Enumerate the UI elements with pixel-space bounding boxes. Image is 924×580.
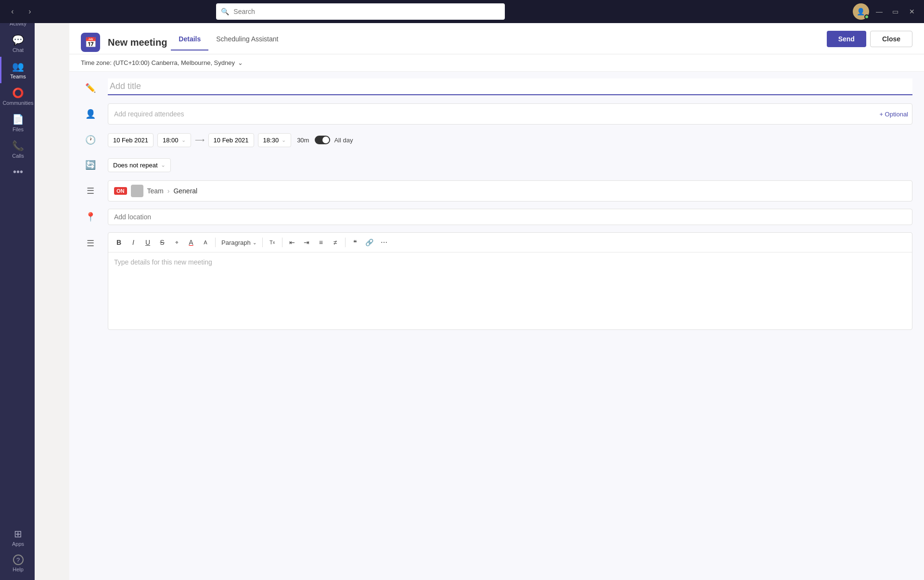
- minimize-button[interactable]: —: [873, 5, 886, 18]
- maximize-button[interactable]: ▭: [889, 5, 902, 18]
- end-time-chevron: ⌄: [282, 137, 286, 143]
- paragraph-select[interactable]: Paragraph ⌄: [218, 237, 259, 248]
- timezone-chevron[interactable]: ⌄: [238, 59, 243, 66]
- bold-button[interactable]: B: [112, 236, 126, 249]
- title-row: ✏️: [69, 76, 924, 101]
- meeting-tabs: Details Scheduling Assistant: [171, 35, 286, 50]
- allday-toggle[interactable]: [315, 136, 330, 144]
- communities-icon: ⭕: [12, 87, 24, 99]
- datetime-controls: 10 Feb 2021 18:00 ⌄ ⟶ 10 Feb 2021 18:30 …: [108, 133, 912, 147]
- sidebar-item-label: Help: [13, 567, 24, 572]
- sidebar-item-chat[interactable]: 💬 Chat: [0, 30, 35, 57]
- paragraph-label: Paragraph: [221, 239, 251, 246]
- send-button[interactable]: Send: [827, 31, 866, 47]
- nav-back-button[interactable]: ‹: [6, 5, 19, 18]
- highlight-button[interactable]: ⌖: [170, 236, 183, 249]
- clearformat-button[interactable]: Tx: [266, 236, 279, 249]
- close-window-button[interactable]: ✕: [906, 5, 918, 18]
- teams-icon: 👥: [12, 61, 24, 72]
- fontsize-button[interactable]: A: [199, 236, 212, 249]
- titlebar: ‹ › 🔍 👤 — ▭ ✕: [0, 0, 924, 23]
- titlebar-right: 👤 — ▭ ✕: [853, 3, 918, 20]
- start-time-chevron: ⌄: [181, 137, 186, 143]
- sidebar-item-communities[interactable]: ⭕ Communities: [0, 83, 35, 110]
- end-time-label: 18:30: [263, 137, 279, 144]
- calls-icon: 📞: [12, 140, 24, 151]
- allday-label: All day: [334, 137, 353, 144]
- indent-button[interactable]: ⇥: [300, 236, 313, 249]
- nav-forward-button[interactable]: ›: [23, 5, 37, 18]
- sidebar-item-calls[interactable]: 📞 Calls: [0, 136, 35, 163]
- start-date-picker[interactable]: 10 Feb 2021: [108, 133, 154, 147]
- sidebar-item-label: Chat: [13, 47, 24, 53]
- form-inner: ✏️ 👤 + Optional 🕐 10 Feb 2021: [69, 72, 924, 343]
- end-time-picker[interactable]: 18:30 ⌄: [258, 133, 292, 147]
- repeat-select[interactable]: Does not repeat ⌄: [108, 158, 171, 172]
- toolbar-sep-3: [282, 238, 282, 247]
- attendees-row: 👤 + Optional: [69, 101, 924, 127]
- numbered-button[interactable]: ≠: [329, 236, 342, 249]
- quote-button[interactable]: ❝: [348, 236, 362, 249]
- channel-general: General: [173, 187, 197, 195]
- optional-link[interactable]: + Optional: [879, 111, 908, 118]
- tab-scheduling[interactable]: Scheduling Assistant: [208, 35, 286, 50]
- timezone-bar: Time zone: (UTC+10:00) Canberra, Melbour…: [69, 54, 924, 72]
- sidebar-item-teams[interactable]: 👥 Teams: [0, 57, 35, 83]
- editor-wrap: B I U S ⌖ A A Paragraph ⌄ Tx: [108, 232, 912, 330]
- channel-team: Team: [147, 187, 164, 195]
- italic-button[interactable]: I: [127, 236, 140, 249]
- sidebar-item-more[interactable]: •••: [0, 163, 35, 181]
- underline-button[interactable]: U: [141, 236, 154, 249]
- end-date-label: 10 Feb 2021: [214, 137, 249, 144]
- editor-placeholder: Type details for this new meeting: [114, 258, 212, 266]
- edit-icon: ✏️: [83, 83, 98, 93]
- start-time-picker[interactable]: 18:00 ⌄: [157, 133, 191, 147]
- editor-row: ☰ B I U S ⌖ A A Paragraph ⌄: [69, 229, 924, 340]
- editor-toolbar: B I U S ⌖ A A Paragraph ⌄ Tx: [108, 233, 912, 252]
- channel-selector[interactable]: ON Team › General: [108, 180, 912, 202]
- bullets-button[interactable]: ≡: [314, 236, 328, 249]
- clock-icon: 🕐: [83, 135, 98, 145]
- meeting-title-wrap: New meeting: [108, 37, 167, 48]
- attendees-input[interactable]: [112, 106, 875, 122]
- location-input[interactable]: [112, 209, 908, 225]
- outdent-button[interactable]: ⇤: [285, 236, 299, 249]
- files-icon: 📄: [12, 113, 24, 125]
- title-input[interactable]: [108, 78, 912, 95]
- more-icon: •••: [13, 166, 23, 177]
- toolbar-sep-2: [262, 238, 263, 247]
- chat-icon: 💬: [12, 34, 24, 46]
- start-time-label: 18:00: [163, 137, 179, 144]
- para-chevron: ⌄: [253, 240, 257, 245]
- repeat-chevron: ⌄: [161, 162, 166, 168]
- location-row: 📍: [69, 204, 924, 229]
- sidebar-item-help[interactable]: ? Help: [0, 551, 35, 576]
- user-avatar[interactable]: 👤: [853, 3, 869, 20]
- help-icon: ?: [13, 555, 24, 565]
- sidebar-item-label: Calls: [12, 153, 24, 159]
- editor-body[interactable]: Type details for this new meeting: [108, 252, 912, 329]
- sidebar-item-files[interactable]: 📄 Files: [0, 110, 35, 136]
- sidebar-item-label: Teams: [10, 74, 26, 79]
- channel-separator: ›: [167, 187, 170, 195]
- form-area: Time zone: (UTC+10:00) Canberra, Melbour…: [69, 54, 924, 580]
- close-meeting-button[interactable]: Close: [870, 31, 912, 47]
- search-input[interactable]: [216, 3, 505, 20]
- sidebar-item-apps[interactable]: ⊞ Apps: [0, 524, 35, 551]
- arrow-icon: ⟶: [195, 136, 205, 144]
- more-toolbar-button[interactable]: ⋯: [377, 236, 391, 249]
- sidebar: 🔔 Activity 💬 Chat 👥 Teams ⭕ Communities …: [0, 0, 35, 580]
- repeat-label: Does not repeat: [113, 162, 158, 169]
- meeting-header: 📅 New meeting Details Scheduling Assista…: [69, 23, 924, 54]
- end-date-picker[interactable]: 10 Feb 2021: [208, 133, 254, 147]
- sidebar-item-label: Apps: [12, 541, 24, 547]
- strikethrough-button[interactable]: S: [155, 236, 169, 249]
- search-bar: 🔍: [216, 3, 505, 20]
- toolbar-sep-4: [345, 238, 346, 247]
- fontcolor-button[interactable]: A: [184, 236, 198, 249]
- duration-badge: 30m: [295, 137, 311, 144]
- repeat-row: 🔄 Does not repeat ⌄: [69, 152, 924, 177]
- link-button[interactable]: 🔗: [363, 236, 376, 249]
- start-date-label: 10 Feb 2021: [113, 137, 148, 144]
- tab-details[interactable]: Details: [171, 35, 208, 50]
